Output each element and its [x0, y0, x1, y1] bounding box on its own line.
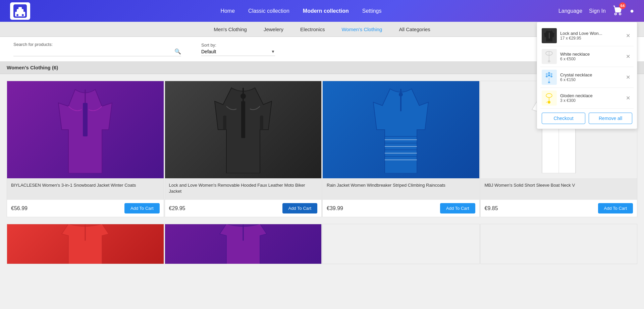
cart-item-remove-1[interactable]: ✕: [624, 53, 632, 60]
svg-point-32: [548, 101, 550, 104]
language-button[interactable]: Language: [558, 8, 582, 14]
svg-point-7: [240, 94, 246, 99]
product-price-1: €29.95: [169, 205, 185, 211]
cart-item-2: Crystal necklace 6 x €150 ✕: [540, 67, 634, 88]
svg-point-30: [546, 94, 552, 98]
sort-label: Sort by:: [201, 43, 275, 48]
svg-rect-6: [83, 103, 88, 136]
svg-rect-3: [18, 7, 22, 10]
cart-item-price-2: 6 x €150: [560, 77, 621, 82]
search-label: Search for products:: [13, 42, 181, 47]
svg-rect-8: [241, 101, 245, 138]
sort-arrow-icon: ▼: [271, 49, 275, 54]
product-name-3: MBJ Women's Solid Short Sleeve Boat Neck…: [485, 182, 633, 196]
search-icon[interactable]: 🔍: [174, 48, 181, 55]
svg-point-27: [550, 75, 552, 77]
cart-item-remove-2[interactable]: ✕: [624, 73, 632, 81]
cart-badge: 64: [619, 2, 626, 9]
svg-point-25: [546, 75, 548, 77]
product-card-1: Lock and Love Women's Removable Hooded F…: [165, 81, 322, 217]
cart-item-price-3: 3 x €300: [560, 98, 621, 103]
cart-item-1: White necklace 6 x €500 ✕: [540, 46, 634, 67]
cart-item-info-1: White necklace 6 x €500: [560, 52, 621, 61]
add-to-cart-button-1[interactable]: Add To Cart: [282, 203, 317, 213]
add-to-cart-button-2[interactable]: Add To Cart: [440, 203, 475, 213]
product-card-partial-0: [7, 224, 164, 264]
nav-classic[interactable]: Classic collection: [248, 8, 289, 14]
product-name-1: Lock and Love Women's Removable Hooded F…: [169, 182, 318, 196]
cart-item-name-0: Lock and Love Won...: [560, 31, 621, 36]
cart-item-remove-3[interactable]: ✕: [624, 94, 632, 102]
search-input[interactable]: [13, 49, 174, 54]
product-footer-3: €9.85 Add To Cart: [481, 200, 637, 217]
product-price-3: €9.85: [485, 205, 498, 211]
add-to-cart-button-0[interactable]: Add To Cart: [124, 203, 159, 213]
product-card-partial-3: [480, 224, 638, 264]
cart-item-name-1: White necklace: [560, 52, 621, 57]
svg-point-29: [548, 81, 550, 83]
cart-dropdown: Lock and Love Won... 17 x €29.95 ✕ White…: [537, 22, 637, 129]
cart-item-price-0: 17 x €29.95: [560, 36, 621, 41]
product-name-2: Rain Jacket Women Windbreaker Striped Cl…: [327, 182, 475, 196]
cart-item-3: Gloden necklace 3 x €300 ✕: [540, 88, 634, 109]
product-card-2: Rain Jacket Women Windbreaker Striped Cl…: [322, 81, 480, 217]
checkout-button[interactable]: Checkout: [542, 113, 585, 124]
nav-links: Home Classic collection Modern collectio…: [44, 8, 558, 14]
product-price-0: €56.99: [11, 205, 28, 211]
product-price-2: €39.99: [327, 205, 343, 211]
cart-item-img-2: [542, 70, 557, 85]
product-footer-1: €29.95 Add To Cart: [165, 200, 322, 217]
cat-mens-clothing[interactable]: Men's Clothing: [214, 26, 247, 32]
svg-point-26: [548, 74, 550, 76]
nav-modern[interactable]: Modern collection: [303, 8, 349, 14]
cart-button[interactable]: 64: [612, 5, 623, 17]
search-group: Search for products: 🔍: [13, 42, 181, 56]
products-row2: [0, 224, 644, 271]
cat-all-categories[interactable]: All Categories: [399, 26, 430, 32]
product-footer-2: €39.99 Add To Cart: [323, 200, 479, 217]
product-info-1: Lock and Love Women's Removable Hooded F…: [165, 178, 322, 200]
cart-item-img-0: [542, 28, 557, 43]
sort-select[interactable]: Default: [201, 49, 271, 54]
product-name-0: BIYLACLESEN Women's 3-in-1 Snowboard Jac…: [11, 182, 160, 196]
cat-jewelery[interactable]: Jewelery: [264, 26, 283, 32]
product-info-2: Rain Jacket Women Windbreaker Striped Cl…: [323, 178, 479, 200]
cat-womens-clothing[interactable]: Women's Clothing: [341, 26, 382, 32]
svg-point-4: [16, 14, 18, 16]
search-input-wrapper: 🔍: [13, 48, 181, 56]
svg-point-24: [550, 73, 552, 75]
cart-item-info-0: Lock and Love Won... 17 x €29.95: [560, 31, 621, 41]
logo[interactable]: [10, 2, 30, 20]
product-card-0: BIYLACLESEN Women's 3-in-1 Snowboard Jac…: [7, 81, 164, 217]
svg-rect-1: [15, 12, 25, 16]
svg-rect-18: [549, 33, 550, 39]
svg-point-21: [548, 60, 550, 62]
remove-all-button[interactable]: Remove all: [589, 113, 632, 124]
svg-point-17: [399, 92, 403, 97]
cart-item-img-1: [542, 49, 557, 64]
svg-point-5: [22, 14, 24, 16]
nav-home[interactable]: Home: [220, 8, 235, 14]
sort-group: Sort by: Default ▼: [201, 43, 275, 56]
dark-mode-button[interactable]: ●: [630, 7, 634, 15]
cart-item-img-3: [542, 90, 557, 106]
cart-item-0: Lock and Love Won... 17 x €29.95 ✕: [540, 25, 634, 46]
svg-point-22: [546, 73, 548, 75]
cart-item-remove-0[interactable]: ✕: [624, 32, 632, 40]
add-to-cart-button-3[interactable]: Add To Cart: [598, 203, 633, 213]
product-image-1: [165, 81, 322, 178]
cart-item-name-2: Crystal necklace: [560, 72, 621, 77]
cart-item-name-3: Gloden necklace: [560, 93, 621, 98]
cart-actions: Checkout Remove all: [540, 109, 634, 125]
top-navigation: Home Classic collection Modern collectio…: [0, 0, 644, 22]
nav-settings[interactable]: Settings: [362, 8, 382, 14]
cat-electronics[interactable]: Electronics: [300, 26, 325, 32]
cart-item-info-3: Gloden necklace 3 x €300: [560, 93, 621, 103]
product-footer-0: €56.99 Add To Cart: [7, 200, 164, 217]
sort-select-wrapper: Default ▼: [201, 49, 275, 56]
product-card-partial-2: [322, 224, 480, 264]
cart-item-info-2: Crystal necklace 6 x €150: [560, 72, 621, 82]
product-image-2: [323, 81, 479, 178]
nav-right: Language Sign In 64 ●: [558, 5, 634, 17]
sign-in-button[interactable]: Sign In: [589, 8, 606, 14]
